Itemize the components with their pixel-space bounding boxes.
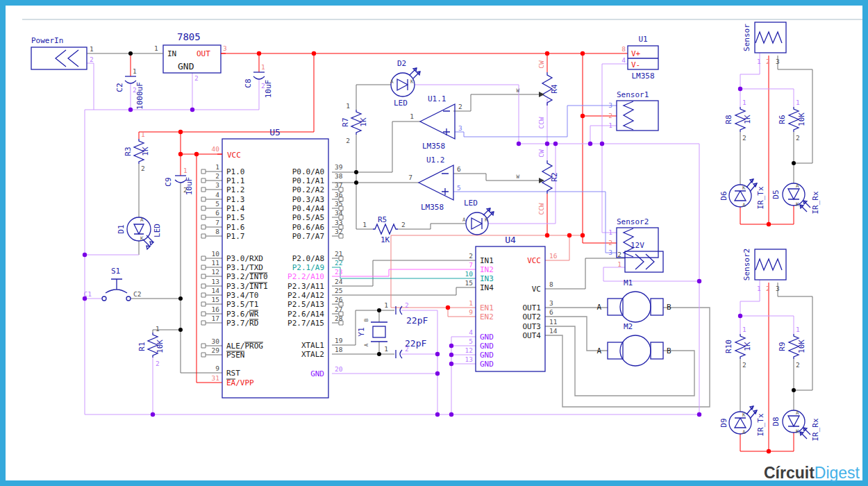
value-label: 1K <box>359 117 368 127</box>
connector-sensor1: Sensor1 3 2 1 <box>608 90 658 131</box>
part-label: LM358 <box>422 142 445 151</box>
value-label: 1000uF <box>135 82 144 110</box>
svg-text:D5: D5 <box>771 190 781 199</box>
ref-label: R3 <box>124 146 133 156</box>
svg-text:D9: D9 <box>719 418 728 427</box>
svg-text:2: 2 <box>742 134 746 142</box>
pin-row: VCC16 <box>527 252 558 265</box>
cap-c9: C9 10uF 1 2 <box>164 167 194 195</box>
sensor-module-2: Sensor2 1 2 3 R10 1K 1 2 R9 10K 1 2 K A … <box>719 249 820 442</box>
pin-number: 1 <box>346 102 350 110</box>
pot-r4: W CW CCW R4 <box>516 60 559 129</box>
ref-label: R2 <box>550 172 559 181</box>
cathode-label: K <box>410 78 414 85</box>
pin-number: 3 <box>776 285 780 292</box>
mcu-u5: U5 40VCC 1P1.0 2P1.1 3P1.2 4P1.3 5P1.4 6… <box>212 127 343 398</box>
led-d6-ir-tx: K A D6 IR_Tx <box>719 179 765 210</box>
cap-22pf-2: 1 2 22pF <box>384 338 426 358</box>
cathode-label: K <box>140 235 144 242</box>
svg-text:IR_Rx: IR_Rx <box>811 191 820 214</box>
pin-number: 2 <box>194 74 199 82</box>
ref-label: C2 <box>115 83 124 92</box>
pin-number: 1 <box>154 44 158 52</box>
pin-number: 2 <box>617 251 621 258</box>
pin-number: 1 <box>183 167 187 174</box>
svg-text:R9: R9 <box>778 342 787 351</box>
sensor-module-1: Sensor 1 2 3 R8 1K 1 2 R6 10K 1 2 K A D6… <box>719 22 820 215</box>
pin-number: 2 <box>183 186 187 194</box>
svg-text:D6: D6 <box>719 191 728 200</box>
pin-number: 1 <box>608 228 612 236</box>
pin-number: 2 <box>346 137 350 144</box>
pin-number: 2 <box>90 56 94 63</box>
anode-label: A <box>390 78 394 85</box>
svg-text:1: 1 <box>796 99 800 106</box>
pin-number: 1 <box>608 122 612 129</box>
pin-number: 7 <box>408 174 412 181</box>
resistor-r5: R5 1K 1 2 <box>362 215 405 244</box>
pin-label: OUT <box>197 49 210 58</box>
pin-number: 2 <box>401 221 406 228</box>
pin-number: 1 <box>141 131 145 138</box>
ref-label: M1 <box>624 278 633 287</box>
wiper-label: W <box>516 87 519 94</box>
part-label: LM358 <box>631 72 654 81</box>
svg-text:1: 1 <box>796 326 800 333</box>
power-in-connector: PowerIn 1 2 <box>31 36 94 69</box>
pin-number: 6 <box>457 165 461 173</box>
pin-row: VC8 <box>532 280 553 294</box>
led-indicator-2: A K LED <box>462 199 494 235</box>
cap-c8: C8 10uF 1 2 <box>244 63 273 98</box>
ref-label: M2 <box>624 322 633 331</box>
svg-text:K: K <box>742 185 746 191</box>
value-label: 10K <box>156 340 165 353</box>
svg-text:1K: 1K <box>743 342 752 351</box>
ref-label: U1.1 <box>428 94 446 103</box>
pin-number: 1 <box>384 345 388 353</box>
part-label: 7805 <box>177 31 201 42</box>
resistor-r1: R1 10K 1 2 <box>137 325 165 367</box>
cw-label: CW <box>537 149 545 158</box>
pin-number: 3 <box>223 44 227 52</box>
switch-s1: S1 C1 C2 <box>84 267 142 301</box>
motor-m2: M2 A B <box>596 322 671 366</box>
ref-label: R1 <box>137 342 147 351</box>
anode-label: A <box>140 217 144 223</box>
pin-number: 1 <box>90 45 94 53</box>
pin-number: 2 <box>261 82 265 90</box>
part-label: LM358 <box>421 203 444 212</box>
pin-number: 2 <box>405 301 409 309</box>
type-label: LED <box>394 99 408 108</box>
ccw-label: CCW <box>537 203 545 215</box>
svg-text:2: 2 <box>796 361 800 369</box>
ref-label: C9 <box>164 177 173 186</box>
resistor-r3: R3 1K 1 2 <box>124 131 150 172</box>
svg-text:2: 2 <box>742 361 746 369</box>
svg-text:10K: 10K <box>797 112 806 126</box>
pin-number: 1 <box>261 63 265 71</box>
svg-text:R10: R10 <box>724 340 733 353</box>
ref-label: U1 <box>638 35 647 44</box>
resistor-r7: R7 1K 1 2 <box>341 102 368 144</box>
pin-number: 4 <box>621 56 626 64</box>
regulator-7805: 7805 IN OUT GND 1 3 2 <box>154 31 227 82</box>
ref-label: U4 <box>505 235 516 245</box>
pin-label: B <box>363 318 369 321</box>
terminal-label: B <box>667 346 671 355</box>
pin-label: V- <box>631 60 640 69</box>
resistor-r10: R10 1K 1 2 <box>724 326 752 369</box>
pin-number: 2 <box>156 360 160 367</box>
svg-text:1: 1 <box>742 99 746 106</box>
motor-driver-u4: U4 2IN1 7IN2 10IN3 15IN4 1EN1 9EN2 4GND … <box>465 235 558 371</box>
schematic-page: PowerIn 1 2 7805 IN OUT GND 1 3 2 C2 100… <box>0 0 868 486</box>
value-label: 22pF <box>405 338 426 349</box>
led-d5-ir-rx: A K D5 IR_Rx <box>771 183 820 215</box>
svg-text:A: A <box>796 410 799 416</box>
pin-number: 1 <box>757 58 761 65</box>
ref-label: R4 <box>550 84 559 94</box>
led-d9-ir-tx: K A D9 IR_Tx <box>719 406 765 437</box>
ref-label: D2 <box>397 59 406 68</box>
wiper-label: W <box>516 174 519 180</box>
wires-signal-colored <box>332 106 617 278</box>
pin-row: GND20 <box>310 365 343 378</box>
